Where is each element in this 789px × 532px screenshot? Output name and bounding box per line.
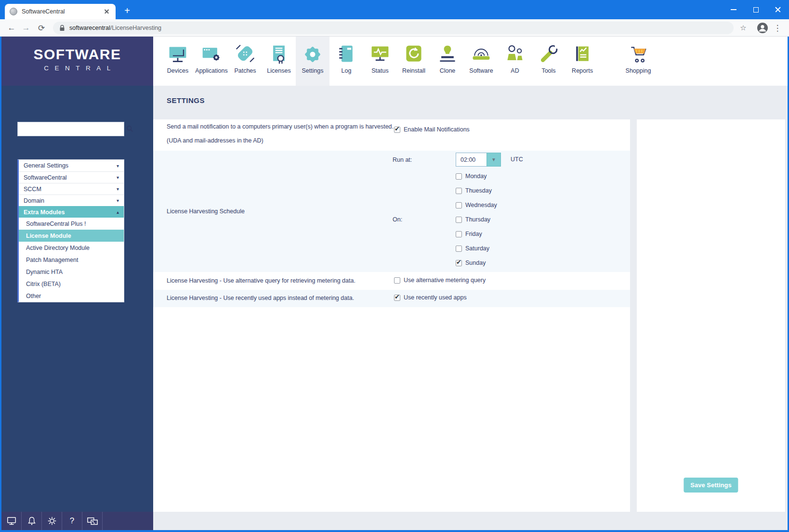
- tuesday-checkbox[interactable]: [456, 188, 462, 194]
- nav-patches[interactable]: Patches: [228, 37, 262, 86]
- footer-settings-button[interactable]: [42, 512, 62, 530]
- software-icon: [471, 44, 492, 65]
- gear-icon: [47, 516, 57, 526]
- monday-checkbox[interactable]: [456, 173, 462, 180]
- tab-close-icon[interactable]: [103, 8, 111, 15]
- forward-button[interactable]: →: [19, 19, 33, 37]
- bell-icon: [27, 516, 37, 526]
- menu-item-softwarecentral[interactable]: SoftwareCentral ▾: [19, 171, 124, 183]
- nav-label: Applications: [195, 67, 227, 74]
- sunday-checkbox[interactable]: ✔: [456, 260, 462, 266]
- chevron-down-icon: ▾: [117, 198, 119, 203]
- nav-licenses[interactable]: Licenses: [262, 37, 296, 86]
- chevron-up-icon: ▴: [117, 209, 119, 215]
- submenu-item-label: License Module: [26, 233, 71, 239]
- url-text: softwarecentral/LicenseHarvesting: [69, 25, 161, 31]
- browser-window: SoftwareCentral + ← → ⟳ softwarecentral/…: [0, 0, 789, 532]
- nav-applications[interactable]: Applications: [195, 37, 228, 86]
- saturday-option[interactable]: Saturday: [456, 241, 497, 256]
- friday-checkbox[interactable]: [456, 231, 462, 237]
- nav-label: Reports: [572, 67, 593, 74]
- recently-used-apps-option[interactable]: ✔ Use recently used apps: [394, 294, 467, 301]
- footer-monitor-button[interactable]: [1, 512, 22, 530]
- enable-mail-notifications-checkbox[interactable]: ✔: [394, 127, 400, 133]
- action-panel: Save Settings: [637, 119, 785, 512]
- submenu-item-label: Citrix (BETA): [26, 281, 61, 287]
- favicon-icon: [10, 8, 17, 15]
- thursday-option[interactable]: Thursday: [456, 212, 497, 227]
- reload-button[interactable]: ⟳: [34, 19, 49, 37]
- nav-ad[interactable]: AD: [498, 37, 532, 86]
- url-bar[interactable]: softwarecentral/LicenseHarvesting: [53, 22, 734, 34]
- nav-log[interactable]: Log: [329, 37, 363, 86]
- monday-option[interactable]: Monday: [456, 169, 497, 183]
- browser-tab[interactable]: SoftwareCentral: [5, 4, 116, 19]
- weekday-checkbox-list: Monday Thuesday Wednesday Thursday: [456, 169, 497, 270]
- minimize-icon: [731, 9, 736, 10]
- tuesday-option[interactable]: Thuesday: [456, 183, 497, 198]
- wednesday-checkbox[interactable]: [456, 202, 462, 208]
- back-button[interactable]: ←: [4, 19, 19, 37]
- menu-item-sccm[interactable]: SCCM ▾: [19, 183, 124, 195]
- nav-status[interactable]: Status: [363, 37, 397, 86]
- nav-label: Tools: [541, 67, 555, 74]
- clone-icon: [437, 44, 458, 65]
- new-tab-button[interactable]: +: [120, 4, 134, 17]
- saturday-checkbox[interactable]: [456, 246, 462, 252]
- submenu-item-other[interactable]: Other: [19, 290, 124, 302]
- run-time-select[interactable]: 02:00 ▼: [456, 153, 501, 167]
- recently-used-apps-checkbox[interactable]: ✔: [394, 295, 400, 301]
- menu-kebab-icon[interactable]: ⋮: [770, 19, 785, 37]
- wednesday-option[interactable]: Wednesday: [456, 198, 497, 212]
- nav-label: Shopping: [626, 67, 651, 74]
- nav-reinstall[interactable]: Reinstall: [397, 37, 431, 86]
- submenu-item-patch-management[interactable]: Patch Management: [19, 254, 124, 266]
- friday-option[interactable]: Friday: [456, 227, 497, 241]
- search-input[interactable]: [17, 122, 124, 136]
- nav-settings[interactable]: Settings: [296, 37, 329, 86]
- alternative-query-checkbox[interactable]: [394, 277, 400, 284]
- menu-item-domain[interactable]: Domain ▾: [19, 195, 124, 206]
- nav-devices[interactable]: Devices: [161, 37, 195, 86]
- footer-notifications-button[interactable]: [22, 512, 42, 530]
- enable-mail-notifications-option[interactable]: ✔ Enable Mail Notifications: [394, 126, 470, 133]
- search-icon[interactable]: [126, 125, 133, 132]
- profile-avatar[interactable]: [757, 22, 768, 34]
- schedule-row-label: License Harvesting Schedule: [167, 208, 245, 215]
- submenu-item-active-directory-module[interactable]: Active Directory Module: [19, 242, 124, 254]
- nav-reports[interactable]: Reports: [565, 37, 599, 86]
- menu-item-general-settings[interactable]: General Settings ▾: [19, 160, 124, 171]
- lock-icon: [59, 25, 65, 31]
- nav-software[interactable]: Software: [464, 37, 498, 86]
- alt-query-text: License Harvesting - Use alternative que…: [167, 277, 355, 284]
- close-button[interactable]: [767, 0, 789, 19]
- submenu-item-citrix-beta[interactable]: Citrix (BETA): [19, 278, 124, 290]
- settings-menu: General Settings ▾ SoftwareCentral ▾ SCC…: [17, 159, 124, 302]
- log-icon: [336, 44, 357, 65]
- applications-icon: [201, 44, 222, 65]
- footer-remote-button[interactable]: [82, 512, 103, 530]
- submenu-item-dynamic-hta[interactable]: Dynamic HTA: [19, 266, 124, 278]
- submenu-item-label: Active Directory Module: [26, 245, 90, 251]
- status-icon: [369, 44, 391, 65]
- maximize-button[interactable]: [745, 0, 767, 19]
- save-settings-button[interactable]: Save Settings: [684, 478, 738, 493]
- thursday-checkbox[interactable]: [456, 217, 462, 223]
- nav-clone[interactable]: Clone: [431, 37, 464, 86]
- panel-filler: [153, 307, 630, 512]
- alternative-query-option[interactable]: Use alternative metering query: [394, 277, 486, 284]
- select-dropdown-button[interactable]: ▼: [487, 153, 501, 167]
- submenu-item-softwarecentral-plus[interactable]: SoftwareCentral Plus !: [19, 218, 124, 230]
- minimize-button[interactable]: [723, 0, 745, 19]
- sunday-option[interactable]: ✔ Sunday: [456, 256, 497, 270]
- bookmark-star-icon[interactable]: ☆: [736, 19, 750, 37]
- nav-tools[interactable]: Tools: [532, 37, 565, 86]
- logo-line2: CENTRAL: [1, 65, 159, 72]
- day-label: Thursday: [465, 216, 490, 223]
- footer-help-button[interactable]: ?: [62, 512, 82, 530]
- page-title: SETTINGS: [167, 96, 788, 104]
- menu-item-label: Domain: [24, 197, 44, 204]
- nav-shopping[interactable]: Shopping: [621, 37, 655, 86]
- menu-item-extra-modules[interactable]: Extra Modules ▴: [19, 206, 124, 218]
- submenu-item-license-module[interactable]: License Module: [19, 230, 124, 242]
